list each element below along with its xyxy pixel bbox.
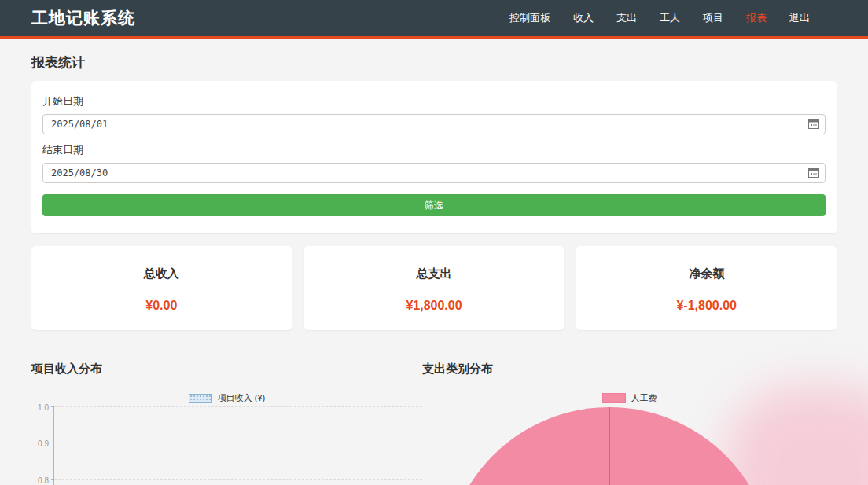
calendar-icon[interactable] xyxy=(808,167,819,178)
axis-tick-label: 1.0 xyxy=(33,403,49,412)
pie-legend-label: 人工费 xyxy=(631,392,657,404)
nav-item-reports[interactable]: 报表 xyxy=(746,11,767,25)
bar-legend-label: 项目收入 (¥) xyxy=(218,392,266,404)
gridline: 1.0 xyxy=(54,406,422,407)
stat-title: 净余额 xyxy=(576,266,837,281)
gridline: 0.9 xyxy=(54,443,422,443)
main-nav: 控制面板 收入 支出 工人 项目 报表 退出 xyxy=(509,11,810,25)
pie-legend-swatch xyxy=(602,393,626,403)
pie-chart-title: 支出类别分布 xyxy=(422,362,837,377)
start-date-field xyxy=(42,114,826,134)
stat-card-total-expense: 总支出 ¥1,800.00 xyxy=(304,246,565,330)
income-bar-chart-section: 项目收入分布 项目收入 (¥) 1.0 0.9 0.8 xyxy=(31,362,422,485)
nav-item-income[interactable]: 收入 xyxy=(573,11,594,25)
page-title: 报表统计 xyxy=(31,53,837,72)
axis-tick xyxy=(51,479,54,480)
charts-row: 项目收入分布 项目收入 (¥) 1.0 0.9 0.8 xyxy=(31,362,837,485)
stat-value: ¥1,800.00 xyxy=(304,299,565,313)
stat-title: 总支出 xyxy=(304,266,565,281)
end-date-input[interactable] xyxy=(42,163,826,183)
nav-item-dashboard[interactable]: 控制面板 xyxy=(509,11,550,25)
expense-pie-chart-section: 支出类别分布 人工费 xyxy=(422,362,837,485)
end-date-field xyxy=(42,163,826,183)
start-date-input[interactable] xyxy=(42,114,826,134)
nav-item-projects[interactable]: 项目 xyxy=(703,11,723,25)
filter-submit-button[interactable]: 筛选 xyxy=(42,194,826,216)
stat-card-net-balance: 净余额 ¥-1,800.00 xyxy=(576,246,837,330)
app-title: 工地记账系统 xyxy=(31,7,135,29)
end-date-label: 结束日期 xyxy=(42,143,826,157)
stat-card-total-income: 总收入 ¥0.00 xyxy=(31,246,292,330)
axis-tick xyxy=(51,443,54,443)
top-navbar: 工地记账系统 控制面板 收入 支出 工人 项目 报表 退出 xyxy=(0,0,868,39)
axis-tick-label: 0.8 xyxy=(33,476,49,485)
bar-chart-legend: 项目收入 (¥) xyxy=(31,392,422,404)
stat-value: ¥0.00 xyxy=(31,299,292,313)
bar-chart-title: 项目收入分布 xyxy=(31,362,422,377)
bar-chart-plot: 1.0 0.9 0.8 xyxy=(53,406,422,485)
stat-value: ¥-1,800.00 xyxy=(576,299,837,313)
gridline: 0.8 xyxy=(54,479,422,480)
axis-tick xyxy=(51,406,54,407)
start-date-label: 开始日期 xyxy=(42,94,826,108)
nav-item-workers[interactable]: 工人 xyxy=(660,11,680,25)
calendar-icon[interactable] xyxy=(808,119,819,129)
main-content: 报表统计 开始日期 结束日期 筛选 xyxy=(31,53,837,485)
nav-item-logout[interactable]: 退出 xyxy=(789,11,810,25)
bar-legend-swatch xyxy=(189,394,212,403)
axis-tick-label: 0.9 xyxy=(33,439,49,448)
summary-stats-row: 总收入 ¥0.00 总支出 ¥1,800.00 净余额 ¥-1,800.00 xyxy=(31,246,837,330)
nav-item-expense[interactable]: 支出 xyxy=(616,11,637,25)
pie-slice-divider xyxy=(609,407,610,485)
pie-chart-plot xyxy=(445,407,774,485)
stat-title: 总收入 xyxy=(31,266,292,281)
date-filter-card: 开始日期 结束日期 筛选 xyxy=(31,81,837,233)
